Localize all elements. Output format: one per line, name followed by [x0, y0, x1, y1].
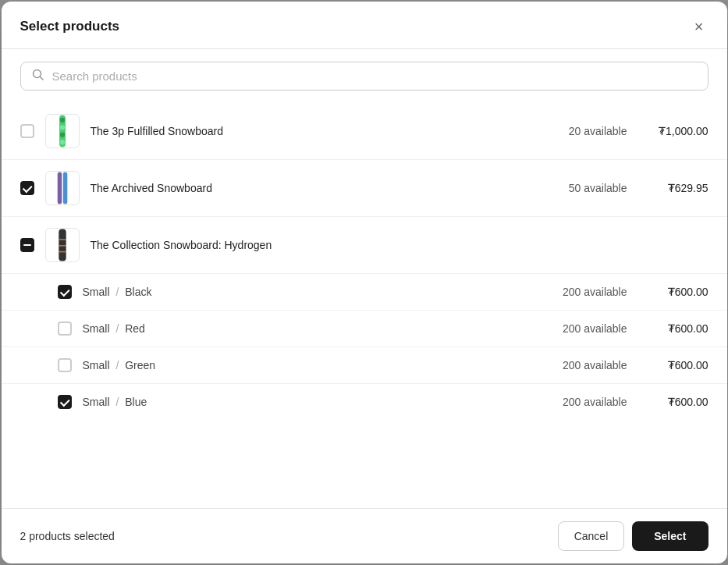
search-area	[2, 49, 727, 103]
cancel-button[interactable]: Cancel	[558, 521, 625, 551]
variant-price: ₮600.00	[638, 396, 708, 408]
product-name: The 3p Fulfilled Snowboard	[91, 125, 515, 137]
search-input[interactable]	[52, 69, 697, 83]
product-list: The 3p Fulfilled Snowboard20 available₮1…	[2, 103, 727, 508]
product-thumbnail	[45, 114, 80, 148]
variant-checkbox[interactable]	[58, 358, 72, 372]
svg-point-4	[59, 133, 64, 137]
product-name: The Archived Snowboard	[91, 182, 515, 194]
product-checkbox[interactable]	[20, 124, 34, 138]
product-availability: 20 available	[526, 125, 627, 137]
variant-availability: 200 available	[526, 322, 627, 335]
search-icon	[32, 69, 44, 84]
variant-availability: 200 available	[526, 396, 627, 408]
product-row: The Collection Snowboard: Hydrogen	[2, 217, 727, 274]
variant-name: Small / Black	[83, 286, 515, 298]
variant-name: Small / Red	[83, 322, 515, 335]
search-box	[20, 62, 708, 91]
product-availability: 50 available	[526, 182, 627, 194]
variant-row: Small / Black200 available₮600.00	[2, 274, 727, 311]
select-button[interactable]: Select	[632, 521, 708, 551]
product-row: The 3p Fulfilled Snowboard20 available₮1…	[2, 103, 727, 160]
product-checkbox[interactable]	[20, 238, 34, 252]
product-name: The Collection Snowboard: Hydrogen	[91, 239, 515, 251]
variant-price: ₮600.00	[638, 359, 708, 371]
product-thumbnail	[45, 228, 80, 262]
variant-price: ₮600.00	[638, 286, 708, 298]
variant-checkbox[interactable]	[58, 322, 72, 336]
svg-rect-9	[59, 239, 66, 240]
variant-availability: 200 available	[526, 286, 627, 298]
variant-row: Small / Red200 available₮600.00	[2, 311, 727, 347]
modal-header: Select products ×	[2, 2, 727, 49]
variant-availability: 200 available	[526, 359, 627, 371]
product-checkbox[interactable]	[20, 181, 34, 195]
variant-checkbox[interactable]	[58, 285, 72, 299]
variant-name: Small / Blue	[83, 396, 515, 408]
svg-rect-11	[59, 251, 66, 253]
svg-rect-7	[62, 172, 67, 204]
svg-point-3	[59, 125, 64, 130]
svg-point-2	[59, 118, 64, 123]
variant-price: ₮600.00	[638, 322, 708, 335]
variant-row: Small / Blue200 available₮600.00	[2, 384, 727, 420]
svg-point-5	[59, 140, 64, 144]
modal-title: Select products	[20, 19, 120, 34]
variant-row: Small / Green200 available₮600.00	[2, 347, 727, 384]
select-products-modal: Select products × The 3p Fulf	[2, 2, 727, 563]
modal-footer: 2 products selected Cancel Select	[2, 508, 727, 563]
close-button[interactable]: ×	[690, 17, 708, 36]
product-thumbnail	[45, 171, 80, 205]
svg-rect-10	[59, 245, 66, 247]
svg-rect-6	[57, 172, 62, 204]
product-row: The Archived Snowboard50 available₮629.9…	[2, 160, 727, 217]
variant-name: Small / Green	[83, 359, 515, 371]
product-price: ₮1,000.00	[638, 125, 708, 137]
variant-checkbox[interactable]	[58, 395, 72, 409]
product-price: ₮629.95	[638, 182, 708, 194]
selected-count: 2 products selected	[20, 530, 115, 542]
footer-actions: Cancel Select	[558, 521, 708, 551]
